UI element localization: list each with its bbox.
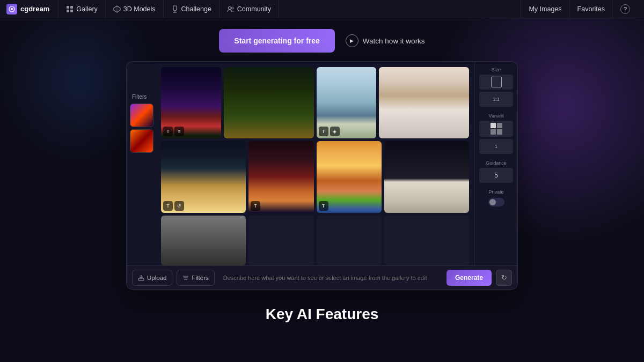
cell-badge-1: T ≡ xyxy=(163,127,184,136)
nav-help[interactable]: ? xyxy=(612,0,638,18)
grid-cell-cat[interactable]: T xyxy=(317,141,382,212)
upload-icon xyxy=(138,275,144,281)
guidance-value: 5 xyxy=(494,172,498,179)
navbar: cgdream Gallery 3D Models Challenge Comm… xyxy=(0,0,644,18)
brand-icon xyxy=(6,4,17,14)
watch-label: Watch how it works xyxy=(363,37,425,45)
variant-control[interactable] xyxy=(479,121,513,137)
upload-label: Upload xyxy=(147,275,166,281)
grid-row-3 xyxy=(161,216,469,265)
nav-3d-models[interactable]: 3D Models xyxy=(106,0,164,18)
nav-3d-models-label: 3D Models xyxy=(123,5,156,13)
right-panel: Size 1:1 Variant xyxy=(474,62,517,265)
cell-badge-house: T ◈ xyxy=(319,127,340,136)
private-label: Private xyxy=(479,189,513,195)
nav-my-images-label: My Images xyxy=(529,5,561,13)
filter-thumbs xyxy=(130,104,153,153)
svg-rect-4 xyxy=(67,10,69,12)
cell-badge-fancy: T xyxy=(251,201,260,211)
variant-value-display: 1 xyxy=(479,139,513,154)
nav-gallery[interactable]: Gallery xyxy=(58,0,106,18)
refresh-button[interactable]: ↻ xyxy=(496,270,512,286)
grid-cell-fairy[interactable]: T ↺ xyxy=(161,141,246,212)
guidance-label: Guidance xyxy=(479,160,513,166)
grid-cell-empty-1 xyxy=(248,216,314,265)
guidance-control[interactable]: 5 xyxy=(479,168,513,183)
key-features-section: Key AI Features xyxy=(0,290,644,323)
image-grid-area: Filters T xyxy=(127,62,474,265)
text-badge-cat: T xyxy=(319,201,328,211)
toggle-knob xyxy=(489,199,496,205)
size-value-display: 1:1 xyxy=(479,92,513,107)
watch-how-it-works-button[interactable]: ▶ Watch how it works xyxy=(346,34,425,47)
obj-badge-house: ◈ xyxy=(330,127,340,136)
nav-items: Gallery 3D Models Challenge Community xyxy=(58,0,521,18)
nav-right: My Images Favorites ? xyxy=(521,0,638,18)
grid-row-1: T ≡ T ◈ xyxy=(161,67,469,138)
variant-value: 1 xyxy=(495,144,497,149)
demo-bottom-bar: Upload Filters Generate ↻ xyxy=(127,265,517,289)
nav-my-images[interactable]: My Images xyxy=(521,0,569,18)
filter-thumb-1[interactable] xyxy=(130,104,153,127)
svg-rect-3 xyxy=(70,6,73,9)
private-section: Private xyxy=(479,189,513,206)
nav-challenge[interactable]: Challenge xyxy=(164,0,219,18)
variant-cell-4 xyxy=(497,129,502,135)
play-icon: ▶ xyxy=(346,34,358,47)
grid-cell-white-creature[interactable] xyxy=(384,141,469,212)
svg-rect-2 xyxy=(67,6,69,9)
grid-cell-golden-woman[interactable] xyxy=(224,67,314,138)
svg-point-10 xyxy=(228,6,231,9)
nav-gallery-label: Gallery xyxy=(76,5,98,13)
size-box xyxy=(491,77,502,87)
brand-name: cgdream xyxy=(20,5,49,13)
start-generating-button[interactable]: Start generating for free xyxy=(219,29,334,53)
grid-cell-fancy-woman[interactable]: T xyxy=(248,141,314,212)
nav-community-label: Community xyxy=(237,5,271,13)
grid-cell-stone-castle[interactable] xyxy=(161,216,246,265)
variant-label: Variant xyxy=(479,113,513,119)
text-badge-fairy: T xyxy=(163,201,173,211)
svg-point-1 xyxy=(11,8,13,10)
text-badge-fancy: T xyxy=(251,201,260,211)
nav-favorites-label: Favorites xyxy=(577,5,605,13)
size-section: Size 1:1 xyxy=(479,67,513,107)
brand[interactable]: cgdream xyxy=(6,4,49,14)
hero-section: Start generating for free ▶ Watch how it… xyxy=(0,18,644,290)
guidance-section: Guidance 5 xyxy=(479,160,513,183)
demo-content: Filters T xyxy=(127,62,517,265)
grid-cell-fantasy-castle[interactable]: T ≡ xyxy=(161,67,221,138)
nav-community[interactable]: Community xyxy=(219,0,279,18)
grid-cell-robot-woman[interactable] xyxy=(379,67,469,138)
grid-row-2: T ↺ T T xyxy=(161,141,469,212)
variant-grid xyxy=(491,123,502,135)
text-badge-house: T xyxy=(319,127,328,136)
filters-icon xyxy=(182,275,189,281)
variant-section: Variant 1 xyxy=(479,113,513,154)
grid-cell-empty-2 xyxy=(317,216,382,265)
refresh-icon: ↻ xyxy=(501,274,507,282)
hero-buttons: Start generating for free ▶ Watch how it… xyxy=(219,29,425,53)
private-toggle[interactable] xyxy=(488,198,504,206)
help-icon[interactable]: ? xyxy=(620,4,630,14)
demo-window: Filters T xyxy=(126,61,518,290)
key-features-title: Key AI Features xyxy=(0,306,644,323)
filters-label: Filters xyxy=(132,94,147,100)
prompt-input[interactable] xyxy=(219,275,442,281)
text-badge: T xyxy=(163,127,173,136)
nav-favorites[interactable]: Favorites xyxy=(569,0,612,18)
undo-badge-fairy: ↺ xyxy=(174,201,184,211)
upload-button[interactable]: Upload xyxy=(132,270,172,286)
grid-cell-empty-3 xyxy=(384,216,469,265)
variant-cell-2 xyxy=(497,123,502,128)
variant-cell-1 xyxy=(491,123,496,128)
filters-button[interactable]: Filters xyxy=(177,270,214,286)
cell-badge-cat: T xyxy=(319,201,328,211)
filter-thumb-2[interactable] xyxy=(130,129,153,153)
size-control[interactable] xyxy=(479,75,513,90)
grid-cell-futuristic-house[interactable]: T ◈ xyxy=(317,67,377,138)
image-grid: T ≡ T ◈ xyxy=(161,67,469,265)
generate-button[interactable]: Generate xyxy=(447,270,492,286)
variant-cell-3 xyxy=(491,129,496,135)
svg-point-11 xyxy=(231,7,233,9)
